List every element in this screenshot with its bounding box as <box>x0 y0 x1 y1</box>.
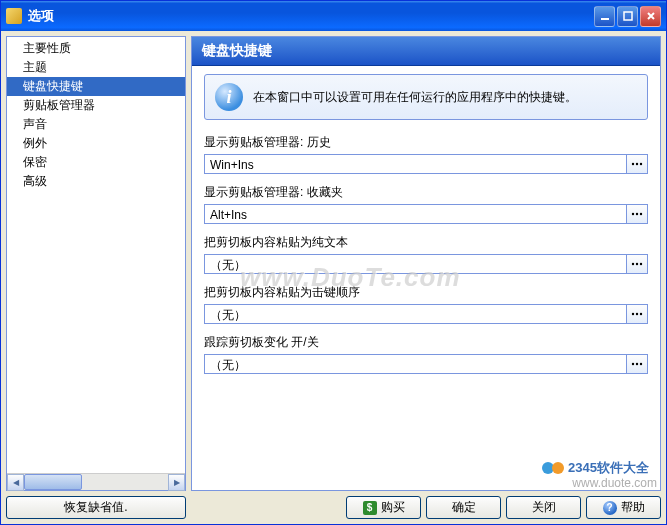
button-label: 关闭 <box>532 499 556 516</box>
ok-button[interactable]: 确定 <box>426 496 501 519</box>
sidebar-item-label: 剪贴板管理器 <box>23 98 95 112</box>
horizontal-scrollbar[interactable]: ◀ ▶ <box>7 473 185 490</box>
scroll-left-button[interactable]: ◀ <box>7 474 24 491</box>
field-label: 把剪切板内容粘贴为纯文本 <box>204 234 648 251</box>
field-paste-plain: 把剪切板内容粘贴为纯文本 （无） <box>204 234 648 274</box>
help-icon: ? <box>603 501 617 515</box>
svg-point-2 <box>632 163 634 165</box>
hotkey-input-history[interactable]: Win+Ins <box>204 154 626 174</box>
svg-point-4 <box>640 163 642 165</box>
sidebar-item-exceptions[interactable]: 例外 <box>7 134 185 153</box>
field-toggle-tracking: 跟踪剪切板变化 开/关 （无） <box>204 334 648 374</box>
button-label: 帮助 <box>621 499 645 516</box>
window-title: 选项 <box>28 7 592 25</box>
field-label: 把剪切板内容粘贴为击键顺序 <box>204 284 648 301</box>
field-show-favorites: 显示剪贴板管理器: 收藏夹 Alt+Ins <box>204 184 648 224</box>
svg-point-5 <box>632 213 634 215</box>
dollar-icon: $ <box>363 501 377 515</box>
help-button[interactable]: ? 帮助 <box>586 496 661 519</box>
sidebar-item-label: 主题 <box>23 60 47 74</box>
sidebar-item-label: 例外 <box>23 136 47 150</box>
hotkey-input-toggle-tracking[interactable]: （无） <box>204 354 626 374</box>
sidebar-item-main-properties[interactable]: 主要性质 <box>7 39 185 58</box>
content-panel: 键盘快捷键 i 在本窗口中可以设置可用在任何运行的应用程序中的快捷键。 显示剪贴… <box>191 36 661 491</box>
sidebar-item-label: 高级 <box>23 174 47 188</box>
titlebar: 选项 <box>1 1 666 31</box>
buy-button[interactable]: $ 购买 <box>346 496 421 519</box>
svg-point-16 <box>640 363 642 365</box>
hotkey-picker-button[interactable] <box>626 204 648 224</box>
field-label: 跟踪剪切板变化 开/关 <box>204 334 648 351</box>
close-dialog-button[interactable]: 关闭 <box>506 496 581 519</box>
sidebar-item-clipboard-manager[interactable]: 剪贴板管理器 <box>7 96 185 115</box>
app-icon <box>6 8 22 24</box>
svg-point-14 <box>632 363 634 365</box>
hotkey-picker-button[interactable] <box>626 254 648 274</box>
sidebar: 主要性质 主题 键盘快捷键 剪贴板管理器 声音 例外 保密 高级 ◀ ▶ <box>6 36 186 491</box>
scroll-track[interactable] <box>24 474 168 490</box>
minimize-button[interactable] <box>594 6 615 27</box>
svg-rect-0 <box>601 18 609 20</box>
sidebar-item-sound[interactable]: 声音 <box>7 115 185 134</box>
hotkey-picker-button[interactable] <box>626 354 648 374</box>
sidebar-item-advanced[interactable]: 高级 <box>7 172 185 191</box>
sidebar-item-label: 主要性质 <box>23 41 71 55</box>
sidebar-list: 主要性质 主题 键盘快捷键 剪贴板管理器 声音 例外 保密 高级 <box>7 37 185 473</box>
sidebar-item-label: 声音 <box>23 117 47 131</box>
info-box: i 在本窗口中可以设置可用在任何运行的应用程序中的快捷键。 <box>204 74 648 120</box>
field-label: 显示剪贴板管理器: 历史 <box>204 134 648 151</box>
hotkey-picker-button[interactable] <box>626 304 648 324</box>
field-paste-keystroke: 把剪切板内容粘贴为击键顺序 （无） <box>204 284 648 324</box>
svg-point-3 <box>636 163 638 165</box>
scroll-thumb[interactable] <box>24 474 82 490</box>
sidebar-item-label: 键盘快捷键 <box>23 79 83 93</box>
svg-point-15 <box>636 363 638 365</box>
button-label: 恢复缺省值. <box>64 499 127 516</box>
svg-point-6 <box>636 213 638 215</box>
panel-title: 键盘快捷键 <box>192 37 660 66</box>
svg-point-10 <box>640 263 642 265</box>
svg-point-12 <box>636 313 638 315</box>
svg-point-11 <box>632 313 634 315</box>
field-show-history: 显示剪贴板管理器: 历史 Win+Ins <box>204 134 648 174</box>
close-button[interactable] <box>640 6 661 27</box>
field-label: 显示剪贴板管理器: 收藏夹 <box>204 184 648 201</box>
sidebar-item-theme[interactable]: 主题 <box>7 58 185 77</box>
button-label: 购买 <box>381 499 405 516</box>
hotkey-input-favorites[interactable]: Alt+Ins <box>204 204 626 224</box>
bottom-bar: 恢复缺省值. $ 购买 确定 关闭 ? 帮助 <box>6 496 661 519</box>
hotkey-input-paste-keystroke[interactable]: （无） <box>204 304 626 324</box>
svg-point-8 <box>632 263 634 265</box>
info-icon: i <box>215 83 243 111</box>
svg-point-7 <box>640 213 642 215</box>
sidebar-item-privacy[interactable]: 保密 <box>7 153 185 172</box>
svg-point-9 <box>636 263 638 265</box>
info-text: 在本窗口中可以设置可用在任何运行的应用程序中的快捷键。 <box>253 89 577 106</box>
sidebar-item-keyboard-shortcuts[interactable]: 键盘快捷键 <box>7 77 185 96</box>
svg-rect-1 <box>624 12 632 20</box>
button-label: 确定 <box>452 499 476 516</box>
scroll-right-button[interactable]: ▶ <box>168 474 185 491</box>
restore-defaults-button[interactable]: 恢复缺省值. <box>6 496 186 519</box>
hotkey-input-paste-plain[interactable]: （无） <box>204 254 626 274</box>
hotkey-picker-button[interactable] <box>626 154 648 174</box>
svg-point-13 <box>640 313 642 315</box>
sidebar-item-label: 保密 <box>23 155 47 169</box>
maximize-button[interactable] <box>617 6 638 27</box>
